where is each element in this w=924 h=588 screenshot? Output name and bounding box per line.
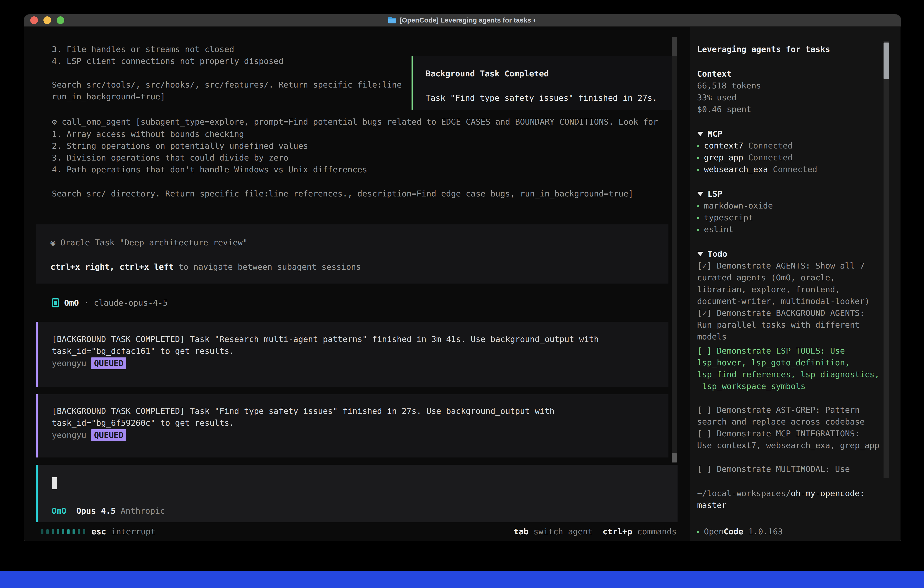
message-line: task_id="bg_6f59260c" to get results. xyxy=(52,417,234,429)
message-line: [BACKGROUND TASK COMPLETED] Task "Find t… xyxy=(52,405,554,417)
output-line: 4. LSP client connections not properly d… xyxy=(52,55,284,67)
todo-line-active: lsp_find_references, lsp_diagnostics, xyxy=(697,368,893,380)
todo-section-header[interactable]: Todo xyxy=(697,248,893,260)
commands-key-label: commands xyxy=(637,526,676,537)
todo-line-done: document-writer, multimodal-looker) xyxy=(697,296,893,307)
fisheye-icon: ◉ xyxy=(51,238,56,247)
connected-dot-icon xyxy=(697,169,700,171)
todo-line-pending: search and replace across codebase xyxy=(697,416,893,428)
version-block: OpenCode 1.0.163 xyxy=(697,526,893,537)
opencode-terminal-window: [OpenCode] Leveraging agents for tasks ◐… xyxy=(24,14,901,541)
todo-line-active: lsp_workspace_symbols xyxy=(697,380,893,392)
bug-list-block: 1. Array access without bounds checking … xyxy=(52,128,367,175)
toast-body: Task "Find type safety issues" finished … xyxy=(426,92,657,104)
author-name: yeongyu xyxy=(52,358,86,368)
lsp-heading: LSP xyxy=(708,188,722,200)
mcp-item: context7 Connected xyxy=(697,140,893,152)
activity-spinner-icon xyxy=(41,529,85,534)
chevron-down-icon xyxy=(697,252,703,256)
search-directory-line: Search src/ directory. Return specific f… xyxy=(52,188,634,200)
desktop: [OpenCode] Leveraging agents for tasks ◐… xyxy=(0,0,924,588)
status-badge: QUEUED xyxy=(91,357,126,369)
bug-list-item: 2. String operations on potentially unde… xyxy=(52,140,367,152)
active-agent-label[interactable]: OmO xyxy=(52,505,66,517)
output-line: run_in_background=true] xyxy=(52,91,402,102)
context-heading: Context xyxy=(697,68,893,80)
chevron-down-icon xyxy=(697,192,703,196)
separator-dot: · xyxy=(84,297,89,309)
mcp-section: MCP context7 Connected grep_app Connecte… xyxy=(697,128,893,175)
active-model-label[interactable]: Opus 4.5 xyxy=(76,505,116,517)
todo-pending-block: [ ] Demonstrate AST-GREP: Pattern search… xyxy=(697,404,893,451)
mcp-item: websearch_exa Connected xyxy=(697,164,893,175)
todo-active-block: [ ] Demonstrate LSP TOOLS: Use lsp_hover… xyxy=(697,345,893,392)
todo-line-active: [ ] Demonstrate LSP TOOLS: Use xyxy=(697,345,893,357)
mcp-section-header[interactable]: MCP xyxy=(697,128,893,140)
shortcut-keys: ctrl+x right, ctrl+x left xyxy=(51,262,174,271)
search-instruction-block: Search src/tools/, src/hooks/, src/featu… xyxy=(52,79,402,102)
connected-dot-icon xyxy=(697,217,700,219)
todo-line-pending: [ ] Demonstrate AST-GREP: Pattern xyxy=(697,404,893,416)
context-spent: $0.46 spent xyxy=(697,104,893,115)
oracle-task-title: ◉ Oracle Task "Deep architecture review" xyxy=(51,237,248,249)
message-meta: yeongyu QUEUED xyxy=(52,357,126,369)
sidebar: Leveraging agents for tasks Context 66,5… xyxy=(690,26,900,541)
todo-line-done: librarian, explore, frontend, xyxy=(697,284,893,296)
message-line: task_id="bg_dcfac161" to get results. xyxy=(52,345,234,357)
status-badge: QUEUED xyxy=(91,429,126,441)
tab-key-hint: tab xyxy=(514,526,528,537)
context-used: 33% used xyxy=(697,92,893,104)
context-section: Context 66,518 tokens 33% used $0.46 spe… xyxy=(697,68,893,115)
toast-title: Background Task Completed xyxy=(426,68,549,79)
mcp-item: grep_app Connected xyxy=(697,152,893,164)
todo-line-done: models xyxy=(697,331,893,343)
context-tokens: 66,518 tokens xyxy=(697,80,893,92)
window-title: [OpenCode] Leveraging agents for tasks ◐ xyxy=(400,17,537,24)
workspace-block: ~/local-workspaces/oh-my-opencode: maste… xyxy=(697,487,893,511)
connected-dot-icon xyxy=(697,157,700,159)
todo-line-pending: [ ] Demonstrate MCP INTEGRATIONS: xyxy=(697,428,893,439)
connected-dot-icon xyxy=(697,229,700,231)
navigation-hint: ctrl+x right, ctrl+x left to navigate be… xyxy=(51,261,361,273)
agent-name: OmO xyxy=(64,297,79,309)
lsp-section-header[interactable]: LSP xyxy=(697,188,893,200)
task-completed-message: [BACKGROUND TASK COMPLETED] Task "Resear… xyxy=(36,322,668,387)
todo-line-done: [✓] Demonstrate BACKGROUND AGENTS: xyxy=(697,307,893,319)
prompt-input[interactable]: OmO Opus 4.5 Anthropic xyxy=(36,465,678,522)
task-completed-message: [BACKGROUND TASK COMPLETED] Task "Find t… xyxy=(36,394,668,458)
lsp-item: markdown-oxide xyxy=(697,200,893,212)
desktop-accent-strip xyxy=(0,571,924,588)
bug-list-item: 4. Path operations that don't handle Win… xyxy=(52,164,367,175)
todo-pending-more-block: [ ] Demonstrate MULTIMODAL: Use xyxy=(697,463,893,475)
todo-line-active: lsp_hover, lsp_goto_definition, xyxy=(697,357,893,368)
oracle-task-card: ◉ Oracle Task "Deep architecture review"… xyxy=(36,225,668,284)
todo-line-pending: [ ] Demonstrate MULTIMODAL: Use xyxy=(697,463,893,475)
chat-scrollbar-track[interactable] xyxy=(672,37,677,462)
mcp-heading: MCP xyxy=(708,128,722,140)
chat-pane: 3. File handles or streams not closed 4.… xyxy=(24,26,690,541)
output-line: 3. File handles or streams not closed xyxy=(52,43,284,55)
agent-model: claude-opus-4-5 xyxy=(94,297,168,309)
tab-key-label: switch agent xyxy=(533,526,592,537)
provider-label: Anthropic xyxy=(120,505,165,517)
assistant-output-block: 3. File handles or streams not closed 4.… xyxy=(52,43,284,67)
sidebar-scrollbar-thumb[interactable] xyxy=(884,43,889,79)
lsp-item: typescript xyxy=(697,212,893,223)
chat-scrollbar-thumb[interactable] xyxy=(672,453,677,462)
tool-call-line: ⚙ call_omo_agent [subagent_type=explore,… xyxy=(52,116,658,128)
connected-dot-icon xyxy=(697,531,700,533)
todo-line-pending: Use context7, websearch_exa, grep_app xyxy=(697,439,893,451)
status-bar: esc interrupt tab switch agent ctrl+p co… xyxy=(24,526,690,537)
todo-line-done: Run parallel tasks with different xyxy=(697,319,893,331)
sidebar-scrollbar-track[interactable] xyxy=(884,41,889,478)
tool-call-text: call_omo_agent [subagent_type=explore, p… xyxy=(62,117,658,126)
workspace-path: ~/local-workspaces/oh-my-opencode: xyxy=(697,487,893,499)
todo-section: Todo [✓] Demonstrate AGENTS: Show all 7 … xyxy=(697,248,893,343)
session-title-block: Leveraging agents for tasks xyxy=(697,43,893,55)
background-task-toast: Background Task Completed Task "Find typ… xyxy=(411,56,673,110)
agent-avatar-icon xyxy=(52,298,59,307)
connected-dot-icon xyxy=(697,145,700,147)
message-meta: yeongyu QUEUED xyxy=(52,429,126,441)
chat-scrollbar-thumb-top[interactable] xyxy=(672,37,677,56)
titlebar[interactable]: [OpenCode] Leveraging agents for tasks ◐ xyxy=(24,14,901,26)
